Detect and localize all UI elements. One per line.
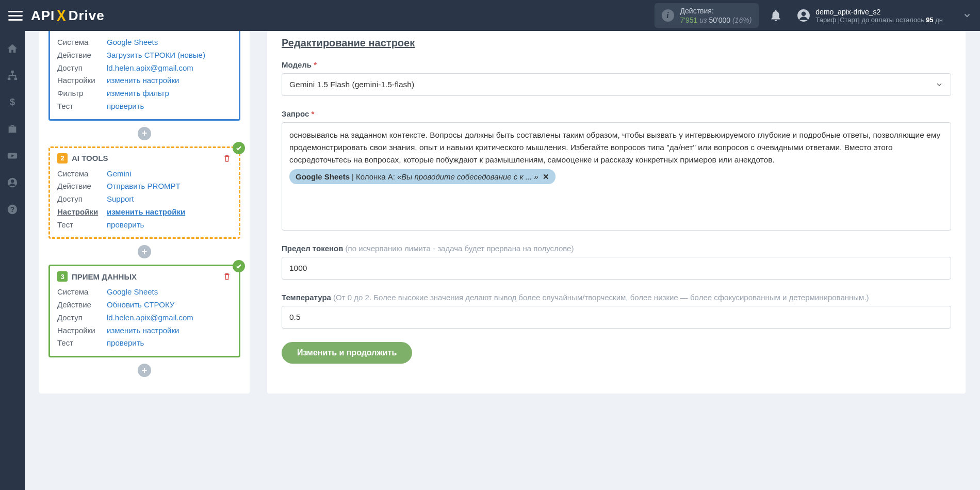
logo[interactable]: APIXDrive [31,6,105,25]
actions-label: Действия: [680,6,752,15]
user-menu[interactable]: demo_apix-drive_s2 Тариф |Старт| до опла… [797,8,943,24]
tariff-info: Тариф |Старт| до оплаты осталось 95 дн [815,16,943,24]
actions-counter[interactable]: i Действия: 7'951 из 50'000 (16%) [655,3,759,28]
bell-icon[interactable] [769,9,782,22]
info-icon: i [662,9,674,22]
topbar: APIXDrive i Действия: 7'951 из 50'000 (1… [0,0,980,31]
svg-point-1 [802,11,806,16]
username: demo_apix-drive_s2 [815,8,943,16]
menu-button[interactable] [8,8,23,23]
chevron-down-icon[interactable] [962,11,972,20]
avatar-icon [797,9,810,22]
